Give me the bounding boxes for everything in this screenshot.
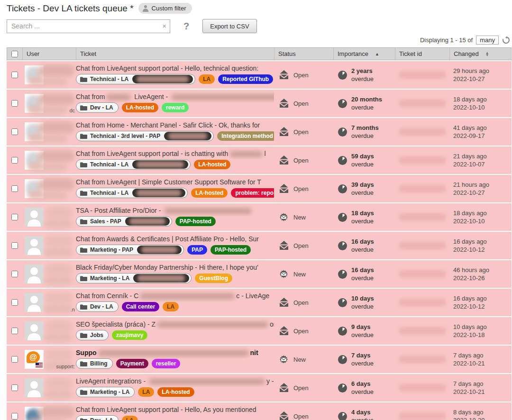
custom-filter-badge[interactable]: Custom filter [138, 3, 192, 14]
ticket-row[interactable]: @ Chat from LiveAgent support portal - i… [7, 146, 512, 174]
row-checkbox[interactable] [11, 384, 18, 391]
col-importance[interactable]: Importance ▲ [334, 48, 395, 60]
ticket-tag[interactable]: reward [162, 103, 189, 112]
row-checkbox[interactable] [11, 299, 18, 306]
redacted-user-name [45, 207, 73, 219]
ticket-row[interactable]: @ LiveAgent integrations - y - Marketing… [7, 374, 512, 402]
ticket-row[interactable]: @ Chat from Awards & Certificates | Post… [7, 232, 512, 259]
ticket-subject[interactable]: Chat from Home - Merchant Panel - Safir … [76, 118, 274, 131]
ticket-tag[interactable]: zaujimavy [112, 330, 147, 340]
ticket-tag[interactable]: LA [163, 302, 179, 311]
folder-icon [80, 134, 87, 139]
ticket-tag[interactable]: PAP-hosted [210, 245, 251, 255]
row-checkbox[interactable] [11, 413, 18, 420]
ticket-tag[interactable]: LA-hosted [191, 188, 228, 198]
ticket-subject[interactable]: Chat from LiveAgent support portal - Hel… [76, 402, 274, 415]
col-ticket-id[interactable]: Ticket id [395, 48, 450, 60]
ticket-row[interactable]: @ SEO špecialista (práca) - Zor Jobs zau… [7, 317, 512, 345]
department-tag[interactable]: Dev - LA [76, 301, 119, 312]
row-checkbox[interactable] [11, 100, 18, 107]
ticket-row[interactable]: @ support: Supponit Billing Paymentresel… [7, 346, 512, 373]
department-tag[interactable]: Technical - LA [76, 159, 191, 170]
ticket-subject[interactable]: Chat from LiveAgent - [76, 90, 274, 102]
row-checkbox[interactable] [11, 128, 18, 135]
ticket-tag[interactable]: Payment [116, 359, 148, 368]
ticket-subject[interactable]: Supponit [76, 346, 274, 358]
ticket-subject[interactable]: Chat from LiveAgent support portal - Hel… [76, 61, 274, 74]
ticket-tag[interactable]: Integration method [217, 131, 274, 141]
ticket-row[interactable]: @ Chat from LiveAgent support portal - H… [7, 61, 512, 89]
department-tag[interactable]: Technical - 3rd level - PAP [76, 131, 214, 141]
help-icon[interactable]: ? [183, 21, 189, 32]
row-checkbox[interactable] [11, 214, 18, 220]
export-csv-button[interactable]: Export to CSV [202, 19, 256, 33]
search-input[interactable] [7, 19, 170, 33]
ticket-tag[interactable]: LA [199, 74, 215, 84]
ticket-tag[interactable]: PAP [187, 245, 207, 255]
ticket-row[interactable]: @ dc Chat from LiveAgent - Dev - LA LA-h… [7, 90, 512, 117]
status-open-icon [279, 383, 289, 393]
changed-date: 2022-10-12 [453, 302, 512, 310]
ticket-id-cell [395, 175, 449, 202]
ticket-row[interactable]: @ s. Chat from LiveAgent support portal … [7, 402, 512, 420]
department-tag[interactable]: Marketing - LA [76, 273, 192, 283]
ticket-subject[interactable]: Black Friday/Cyber Monday Partnership - … [76, 260, 274, 273]
row-checkbox[interactable] [11, 72, 18, 78]
ticket-row[interactable]: @ Chat from Home - Merchant Panel - Safi… [7, 118, 512, 146]
ticket-subject[interactable]: Chat from Awards & Certificates | Post A… [76, 232, 274, 245]
changed-relative: 29 hours ago [453, 67, 512, 75]
ticket-row[interactable]: @ Chat from LiveAgent | Simple Customer … [7, 175, 512, 202]
col-status[interactable]: Status [274, 48, 334, 60]
ticket-row[interactable]: @ .n Chat from Cenník - Cc - LiveAge Dev… [7, 289, 512, 316]
row-checkbox[interactable] [11, 271, 18, 277]
col-changed[interactable]: Changed ▲▼ [450, 48, 511, 60]
ticket-subject[interactable]: TSA - Post Affiliate Pro/Dior - [76, 203, 274, 216]
row-checkbox[interactable] [11, 328, 18, 334]
ticket-subject[interactable]: LiveAgent integrations - y - [76, 374, 274, 387]
ticket-tag[interactable]: LA-hosted [194, 160, 230, 169]
ticket-tag[interactable]: GuestBlog [195, 274, 232, 283]
ticket-tag[interactable]: LA [138, 387, 154, 397]
total-count-button[interactable]: many [476, 36, 499, 45]
folder-icon [80, 219, 87, 224]
search-clear-icon[interactable]: × [162, 22, 166, 30]
department-tag[interactable]: Jobs [76, 330, 109, 340]
subject-text: LiveAgent - [132, 93, 170, 100]
ticket-subject[interactable]: SEO špecialista (práca) - Zor [76, 317, 274, 330]
ticket-tag[interactable]: problem: repo [231, 188, 274, 198]
redacted-user-name [38, 179, 74, 190]
department-tag[interactable]: Billing [76, 358, 113, 369]
ticket-tag[interactable]: LA-hosted [122, 103, 158, 112]
row-checkbox[interactable] [11, 356, 18, 363]
ticket-tag[interactable]: LA [122, 416, 138, 420]
col-ticket[interactable]: Ticket [76, 48, 274, 60]
department-tag[interactable]: Technical - LA [76, 74, 195, 84]
row-checkbox[interactable] [11, 242, 18, 249]
department-tag[interactable]: Technical - LA [76, 188, 188, 198]
department-label: Technical - LA [90, 161, 128, 168]
ticket-subject[interactable]: Chat from LiveAgent | Simple Customer Su… [76, 175, 274, 188]
ticket-tag[interactable]: Reported GIThub [218, 74, 273, 84]
ticket-tag[interactable]: reseller [152, 359, 181, 368]
changed-date: 2022-10-10 [453, 103, 512, 111]
ticket-subject[interactable]: Chat from Cenník - Cc - LiveAge [76, 289, 274, 301]
ticket-tag[interactable]: Call center [122, 302, 159, 311]
department-tag[interactable]: Dev - LA [76, 102, 119, 113]
select-all-checkbox[interactable] [11, 51, 18, 57]
department-tag[interactable]: Marketing - PAP [76, 245, 184, 255]
department-tag[interactable]: Sales - PAP [76, 216, 172, 227]
subject-text: Chat from LiveAgent support portal - Hel… [76, 64, 258, 72]
col-user[interactable]: User [23, 48, 76, 60]
ticket-subject[interactable]: Chat from LiveAgent support portal - is … [76, 146, 274, 159]
row-checkbox[interactable] [11, 185, 18, 192]
department-tag[interactable]: Marketing - LA [76, 387, 135, 397]
ticket-tag[interactable]: LA-hosted [157, 387, 194, 397]
ticket-cell: TSA - Post Affiliate Pro/Dior - Sales - … [76, 203, 274, 231]
row-checkbox[interactable] [11, 157, 18, 164]
status-cell: Open [274, 317, 333, 345]
ticket-row[interactable]: @ TSA - Post Affiliate Pro/Dior - Sales … [7, 203, 512, 231]
department-tag[interactable]: Dev - LA [76, 415, 119, 420]
ticket-tag[interactable]: PAP-hosted [175, 217, 216, 226]
ticket-row[interactable]: @ Black Friday/Cyber Monday Partnership … [7, 260, 512, 288]
refresh-icon[interactable] [502, 36, 510, 44]
